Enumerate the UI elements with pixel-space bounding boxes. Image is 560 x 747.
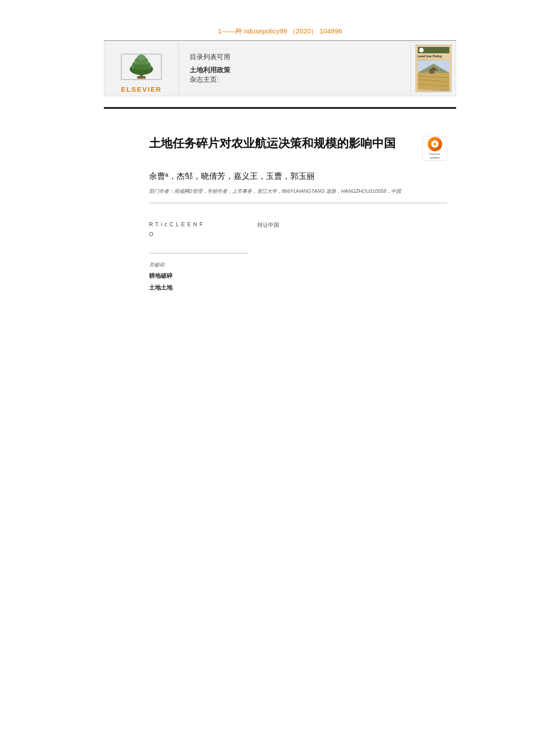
cover-image-area [418,59,449,91]
svg-point-7 [149,66,151,69]
two-col-section: R T i c C L E E N F O 转让中国 [149,203,456,240]
journal-link[interactable]: 1——种 ndusepolicy99 （2020） 104996 [218,27,342,35]
section-divider-short [149,253,248,253]
check-updates-label: Check for updates [429,153,441,160]
elsevier-logo [114,50,168,84]
keyword-1: 耕地破碎 [149,272,456,280]
check-updates-icon [428,137,442,151]
contents-available: 目录列表可用 [190,53,230,61]
cover-icon [419,48,424,52]
elsevier-logo-box: ELSEVIER [104,41,179,96]
check-dot [434,143,436,145]
journal-cover-image: Land Use Policy [415,45,452,92]
journal-homepage: 杂志主页: [190,75,219,84]
transfer-value: 转让中国 [257,221,456,229]
svg-rect-18 [429,70,434,74]
article-title: 土地任务碎片对农业航运决策和规模的影响中国 [149,136,411,151]
left-col: R T i c C L E E N F O [149,221,239,240]
journal-cover-box: Land Use Policy [411,41,456,96]
header-center: 目录列表可用 土地利用政策 杂志主页: [179,41,411,96]
article-info-value: O [149,231,239,238]
authors-row: 余曹ª，杰邹，晓倩芳，嘉义王，玉曹，郭玉丽 [149,161,456,182]
article-title-row: 土地任务碎片对农业航运决策和规模的影响中国 Check for updates [149,136,456,161]
check-updates-badge: Check for updates [422,136,447,161]
elsevier-tree-icon [119,53,164,80]
article-info-label: R T i c C L E E N F [149,221,239,228]
check-inner-circle [431,140,439,148]
svg-point-5 [137,54,145,60]
keyword-2: 土地土地 [149,284,456,292]
svg-point-8 [134,62,137,65]
affiliation-row: 部门作者：局域网D管理，学校作者：上市事务，浙江大学，866YUHANGTANG… [149,182,456,195]
svg-point-6 [132,66,135,69]
elsevier-label: ELSEVIER [121,85,162,93]
svg-point-9 [146,62,149,65]
svg-rect-14 [418,73,449,90]
cover-top-bar [418,47,449,53]
cover-title: Land Use Policy [418,55,442,58]
right-col: 转让中国 [257,221,456,240]
top-bar: 1——种 ndusepolicy99 （2020） 104996 [0,0,560,40]
cover-field-svg [418,59,449,91]
article-title-section: 土地任务碎片对农业航运决策和规模的影响中国 Check for updates … [104,109,456,203]
journal-name: 土地利用政策 [190,66,230,75]
journal-header: ELSEVIER 目录列表可用 土地利用政策 杂志主页: Land Use Po… [104,41,456,96]
keywords-label: 关键词: [149,261,456,268]
article-body-section: R T i c C L E E N F O 转让中国 关键词: 耕地破碎 土地土… [104,203,456,292]
